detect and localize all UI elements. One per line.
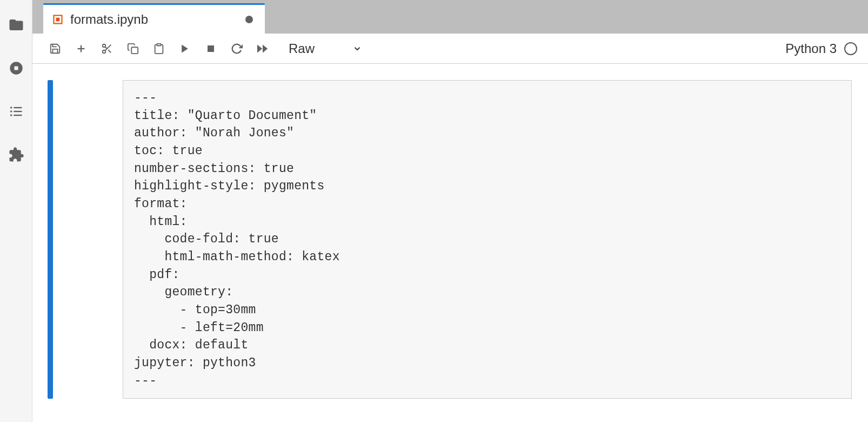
tab-formats[interactable]: formats.ipynb	[43, 3, 265, 34]
notebook-content[interactable]: --- title: "Quarto Document" author: "No…	[32, 64, 868, 422]
notebook-icon	[52, 14, 64, 25]
svg-point-6	[10, 114, 12, 116]
cut-button[interactable]	[95, 37, 119, 61]
svg-line-16	[105, 47, 107, 49]
svg-rect-3	[14, 107, 22, 108]
toc-icon[interactable]	[8, 103, 25, 120]
svg-rect-5	[14, 111, 22, 112]
svg-line-15	[108, 50, 111, 52]
svg-marker-21	[257, 44, 262, 52]
run-button[interactable]	[173, 37, 197, 61]
notebook-toolbar: Raw Python 3	[32, 34, 868, 64]
insert-cell-button[interactable]	[69, 37, 93, 61]
chevron-down-icon	[352, 44, 362, 54]
svg-point-13	[103, 50, 106, 53]
main-area: formats.ipynb Raw	[32, 0, 868, 422]
svg-point-4	[10, 110, 12, 113]
cell-selection-bar[interactable]	[48, 80, 53, 399]
svg-rect-17	[131, 47, 138, 54]
raw-cell[interactable]: --- title: "Quarto Document" author: "No…	[48, 80, 852, 399]
svg-rect-9	[56, 17, 60, 21]
restart-button[interactable]	[225, 37, 249, 61]
copy-button[interactable]	[121, 37, 145, 61]
svg-rect-7	[14, 115, 22, 116]
cell-type-label: Raw	[289, 41, 315, 56]
svg-rect-1	[14, 67, 18, 70]
svg-point-12	[103, 44, 106, 47]
running-icon[interactable]	[8, 60, 25, 77]
svg-point-2	[10, 107, 12, 109]
svg-marker-22	[263, 44, 268, 52]
cell-content[interactable]: --- title: "Quarto Document" author: "No…	[134, 89, 840, 390]
save-button[interactable]	[43, 37, 67, 61]
kernel-name[interactable]: Python 3	[785, 41, 837, 56]
cell-type-selector[interactable]: Raw	[282, 41, 369, 56]
activity-sidebar	[0, 0, 32, 422]
tab-bar: formats.ipynb	[32, 0, 868, 34]
svg-marker-19	[182, 44, 188, 52]
cell-editor[interactable]: --- title: "Quarto Document" author: "No…	[123, 80, 852, 399]
svg-rect-20	[208, 45, 214, 52]
kernel-status-indicator[interactable]	[844, 42, 857, 55]
tab-label: formats.ipynb	[70, 12, 239, 27]
svg-rect-18	[157, 43, 161, 45]
folder-icon[interactable]	[8, 16, 25, 34]
paste-button[interactable]	[147, 37, 171, 61]
extensions-icon[interactable]	[8, 146, 25, 163]
interrupt-button[interactable]	[199, 37, 223, 61]
tab-dirty-indicator	[245, 16, 253, 23]
cell-input-collapser[interactable]	[61, 80, 123, 399]
restart-run-all-button[interactable]	[251, 37, 275, 61]
